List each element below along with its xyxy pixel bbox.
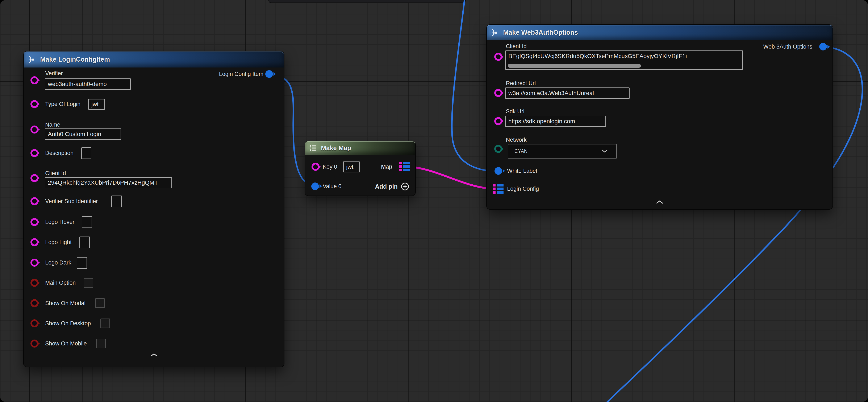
pin-show-on-desktop[interactable] <box>30 319 38 327</box>
offscreen-node-top[interactable] <box>269 0 465 2</box>
node-make-web3authoptions[interactable]: Make Web3AuthOptions Web 3Auth Options C… <box>487 25 833 209</box>
pin-show-on-modal[interactable] <box>30 299 38 307</box>
output-pin-map[interactable] <box>399 162 410 171</box>
pin-label-white-label: White Label <box>507 168 537 174</box>
pin-label-redirect-url: Redirect Url <box>506 80 536 87</box>
pin-logo-light[interactable] <box>30 238 38 246</box>
add-pin-label: Add pin <box>375 183 398 190</box>
pin-label-verifier: Verifier <box>45 70 63 77</box>
pin-verifier-sub-identifier[interactable] <box>30 197 38 205</box>
node-make-map[interactable]: Make Map Key 0 jwt Map Value 0 Add pin <box>305 141 415 196</box>
pin-client-id[interactable] <box>494 53 502 61</box>
output-pin-label: Login Config Item <box>219 70 264 77</box>
make-map-icon <box>309 144 317 151</box>
make-struct-icon <box>491 28 499 37</box>
node-header-make-web3authoptions[interactable]: Make Web3AuthOptions <box>487 25 833 40</box>
make-struct-icon <box>28 55 36 64</box>
pin-description[interactable] <box>30 149 38 157</box>
pin-label-name: Name <box>45 121 60 128</box>
pin-label-client-id: Client Id <box>506 43 527 50</box>
output-pin-label: Web 3Auth Options <box>763 43 812 50</box>
pin-network[interactable] <box>494 145 502 153</box>
node-title: Make LoginConfigItem <box>40 56 110 63</box>
pin-logo-dark[interactable] <box>30 259 38 267</box>
node-header-make-map[interactable]: Make Map <box>305 141 415 155</box>
pin-label-client-id: Client Id <box>45 170 66 177</box>
pin-redirect-url[interactable] <box>494 89 502 97</box>
pin-label-logo-light: Logo Light <box>45 239 72 246</box>
pin-value-0[interactable] <box>311 182 319 190</box>
output-pin-web3auth-options[interactable] <box>819 43 827 51</box>
pin-logo-hover[interactable] <box>30 218 38 226</box>
pin-label-description: Description <box>45 150 73 156</box>
pin-label-show-on-modal: Show On Modal <box>45 300 86 307</box>
logo-dark-field[interactable] <box>77 257 87 269</box>
main-option-checkbox[interactable] <box>84 278 93 288</box>
pin-label-type-of-login: Type Of Login <box>45 101 81 108</box>
pin-label-show-on-desktop: Show On Desktop <box>45 320 91 327</box>
wire-map-to-login-config <box>410 167 493 189</box>
name-field[interactable]: Auth0 Custom Login <box>45 128 121 140</box>
logo-hover-field[interactable] <box>82 217 92 228</box>
collapse-node-chevron-icon[interactable] <box>150 353 158 357</box>
node-title: Make Web3AuthOptions <box>503 29 578 36</box>
pin-label-map-output: Map <box>381 163 393 170</box>
show-on-mobile-checkbox[interactable] <box>96 339 106 348</box>
collapse-node-chevron-icon[interactable] <box>655 200 664 204</box>
type-of-login-field[interactable]: jwt <box>88 99 105 110</box>
pin-label-logo-dark: Logo Dark <box>45 259 71 266</box>
verifier-field[interactable]: web3auth-auth0-demo <box>45 79 131 90</box>
pin-white-label[interactable] <box>495 167 502 175</box>
pin-sdk-url[interactable] <box>494 117 502 125</box>
pin-login-config[interactable] <box>493 184 503 194</box>
node-header-make-loginconfigitem[interactable]: Make LoginConfigItem <box>24 52 284 67</box>
logo-light-field[interactable] <box>80 236 90 248</box>
pin-label-key-0: Key 0 <box>323 163 337 170</box>
pin-label-main-option: Main Option <box>45 280 76 286</box>
sdk-url-field[interactable]: https://sdk.openlogin.com <box>505 116 606 127</box>
pin-label-login-config: Login Config <box>507 185 539 192</box>
pin-label-verifier-sub-identifier: Verifier Sub Identifier <box>45 198 98 205</box>
network-dropdown-value: CYAN <box>515 148 527 154</box>
verifier-sub-identifier-field[interactable] <box>111 196 122 207</box>
network-dropdown-chevron-icon <box>601 149 608 153</box>
pin-verifier[interactable] <box>30 76 38 84</box>
node-make-loginconfigitem[interactable]: Make LoginConfigItem Login Config Item V… <box>24 52 284 367</box>
pin-client-id[interactable] <box>30 174 38 182</box>
pin-label-show-on-mobile: Show On Mobile <box>45 340 87 347</box>
pin-label-network: Network <box>506 137 527 143</box>
pin-type-of-login[interactable] <box>30 100 38 108</box>
output-pin-login-config-item[interactable] <box>265 70 273 78</box>
pin-label-sdk-url: Sdk Url <box>506 108 525 115</box>
client-id-horizontal-scrollbar[interactable] <box>508 64 641 68</box>
description-field[interactable] <box>81 147 91 159</box>
show-on-desktop-checkbox[interactable] <box>100 318 110 328</box>
pin-key-0[interactable] <box>312 163 319 171</box>
redirect-url-field[interactable]: w3a://com.w3a.Web3AuthUnreal <box>505 87 629 99</box>
pin-show-on-mobile[interactable] <box>30 340 38 348</box>
add-pin-button[interactable]: Add pin <box>375 182 409 191</box>
show-on-modal-checkbox[interactable] <box>95 298 105 308</box>
add-pin-plus-icon <box>401 182 409 191</box>
blueprint-graph-canvas[interactable]: Make LoginConfigItem Login Config Item V… <box>0 0 868 402</box>
key-0-field[interactable]: jwt <box>343 162 360 172</box>
node-title: Make Map <box>321 144 351 151</box>
pin-label-logo-hover: Logo Hover <box>45 219 74 225</box>
pin-name[interactable] <box>30 125 38 134</box>
pin-main-option[interactable] <box>30 279 38 287</box>
client-id-field[interactable]: 294QRkchfq2YaXUbPri7D6PH7xzHgQMT <box>45 177 172 189</box>
pin-label-value-0: Value 0 <box>323 183 342 190</box>
